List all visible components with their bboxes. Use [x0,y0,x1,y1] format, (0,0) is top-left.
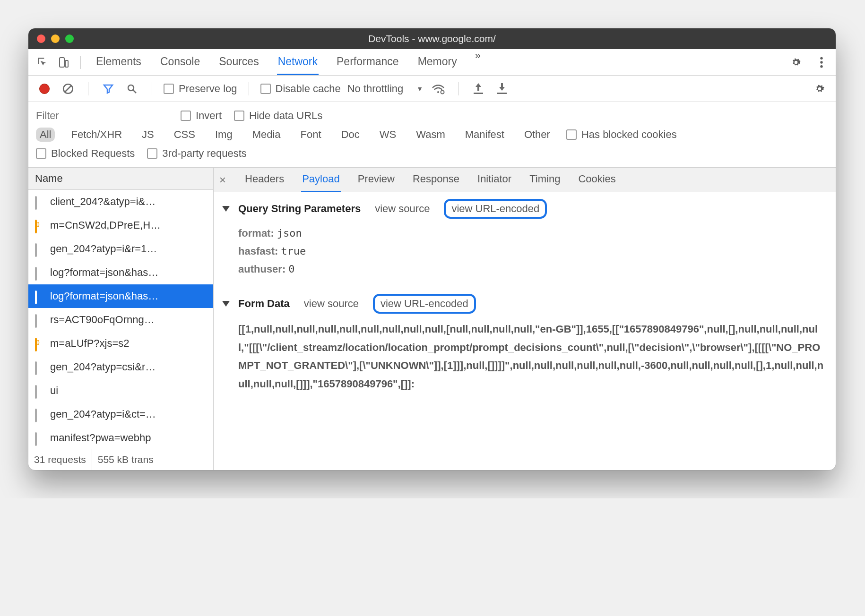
caret-down-icon[interactable] [222,206,230,212]
tab-initiator[interactable]: Initiator [476,168,512,192]
main-tabs-row: Elements Console Sources Network Perform… [28,49,836,76]
preserve-log-checkbox[interactable]: Preserve log [164,83,237,95]
request-row[interactable]: manifest?pwa=webhp [28,426,213,449]
disable-cache-checkbox[interactable]: Disable cache [260,83,341,95]
request-row[interactable]: gen_204?atyp=i&ct=… [28,402,213,426]
network-conditions-icon[interactable] [430,80,447,97]
form-data-section: Form Data view source view URL-encoded [… [214,287,836,402]
separator [774,56,774,69]
tab-cookies[interactable]: Cookies [577,168,616,192]
document-file-icon [35,433,44,443]
query-param: hasfast:true [238,242,827,260]
document-file-icon [35,268,44,277]
window-title: DevTools - www.google.com/ [28,33,836,44]
filter-type-js[interactable]: JS [138,128,158,142]
tab-console[interactable]: Console [159,50,201,75]
invert-checkbox[interactable]: Invert [181,110,222,122]
throttling-dropdown[interactable]: No throttling ▼ [347,83,423,95]
filter-type-manifest[interactable]: Manifest [461,128,508,142]
request-status-bar: 31 requests 555 kB trans [28,449,213,470]
tab-timing[interactable]: Timing [528,168,561,192]
request-name: gen_204?atyp=csi&r… [50,361,156,373]
filter-type-wasm[interactable]: Wasm [412,128,449,142]
request-row[interactable]: rs=ACT90oFqOrnng… [28,308,213,332]
tab-performance[interactable]: Performance [336,50,400,75]
query-string-section: Query String Parameters view source view… [214,192,836,287]
close-details-icon[interactable]: × [219,173,226,187]
svg-point-10 [441,90,444,94]
chevron-down-icon: ▼ [416,85,423,93]
request-name: client_204?&atyp=i&… [50,196,156,208]
param-key: format: [238,227,274,239]
clear-icon[interactable] [60,80,77,97]
import-har-icon[interactable] [470,80,487,97]
filter-type-font[interactable]: Font [297,128,325,142]
request-row[interactable]: ui [28,379,213,402]
kebab-menu-icon[interactable] [813,54,830,71]
query-params-list: format:jsonhasfast:trueauthuser:0 [222,219,827,280]
request-list: client_204?&atyp=i&…m=CnSW2d,DPreE,H…gen… [28,190,213,449]
request-name: gen_204?atyp=i&ct=… [50,408,156,420]
export-har-icon[interactable] [493,80,510,97]
query-view-url-encoded-link[interactable]: view URL-encoded [444,199,547,219]
request-name: rs=ACT90oFqOrnng… [50,314,155,326]
maximize-window-button[interactable] [65,34,74,43]
tab-network[interactable]: Network [277,50,319,75]
request-name: m=CnSW2d,DPreE,H… [50,219,161,231]
query-view-source-link[interactable]: view source [375,203,430,215]
script-file-icon [35,221,44,230]
inspect-element-icon[interactable] [34,54,51,71]
request-row[interactable]: gen_204?atyp=i&r=1… [28,237,213,261]
request-list-panel: Name client_204?&atyp=i&…m=CnSW2d,DPreE,… [28,168,214,470]
filter-type-all[interactable]: All [36,128,55,142]
tab-response[interactable]: Response [412,168,460,192]
filter-type-media[interactable]: Media [249,128,285,142]
tab-sources[interactable]: Sources [218,50,260,75]
param-value: true [281,245,306,257]
tab-payload[interactable]: Payload [301,168,341,192]
request-row[interactable]: client_204?&atyp=i&… [28,190,213,214]
separator [88,82,88,95]
request-row[interactable]: log?format=json&has… [28,284,213,308]
filter-type-fetchxhr[interactable]: Fetch/XHR [67,128,126,142]
settings-icon[interactable] [787,54,804,71]
request-list-header[interactable]: Name [28,168,213,190]
close-window-button[interactable] [37,34,45,43]
query-param: format:json [238,224,827,242]
has-blocked-cookies-checkbox[interactable]: Has blocked cookies [566,128,677,141]
form-view-url-encoded-link[interactable]: view URL-encoded [373,294,476,314]
network-settings-icon[interactable] [811,80,828,97]
search-icon[interactable] [123,80,140,97]
device-toolbar-icon[interactable] [55,54,72,71]
tab-elements[interactable]: Elements [95,50,142,75]
filter-type-ws[interactable]: WS [376,128,400,142]
titlebar: DevTools - www.google.com/ [28,28,836,49]
caret-down-icon[interactable] [222,301,230,307]
more-tabs-icon[interactable]: » [475,50,481,75]
filter-type-doc[interactable]: Doc [337,128,363,142]
request-row[interactable]: log?format=json&has… [28,261,213,284]
filter-input[interactable] [36,110,168,122]
separator [152,82,152,95]
request-details-panel: × Headers Payload Preview Response Initi… [214,168,836,470]
svg-line-8 [133,90,136,93]
tab-preview[interactable]: Preview [357,168,396,192]
filter-icon[interactable] [100,80,117,97]
svg-rect-0 [60,58,64,67]
form-data-body: [[1,null,null,null,null,null,null,null,n… [222,314,827,396]
third-party-checkbox[interactable]: 3rd-party requests [147,147,247,160]
form-view-source-link[interactable]: view source [304,298,359,310]
minimize-window-button[interactable] [51,34,60,43]
blocked-requests-checkbox[interactable]: Blocked Requests [36,147,135,160]
request-row[interactable]: gen_204?atyp=csi&r… [28,355,213,379]
filter-type-img[interactable]: Img [211,128,236,142]
filter-type-other[interactable]: Other [520,128,554,142]
request-row[interactable]: m=CnSW2d,DPreE,H… [28,214,213,237]
hide-data-urls-checkbox[interactable]: Hide data URLs [234,110,322,122]
filter-type-css[interactable]: CSS [170,128,199,142]
record-button[interactable] [36,80,53,97]
svg-point-7 [128,85,134,91]
request-row[interactable]: m=aLUfP?xjs=s2 [28,332,213,355]
tab-headers[interactable]: Headers [244,168,285,192]
tab-memory[interactable]: Memory [417,50,458,75]
